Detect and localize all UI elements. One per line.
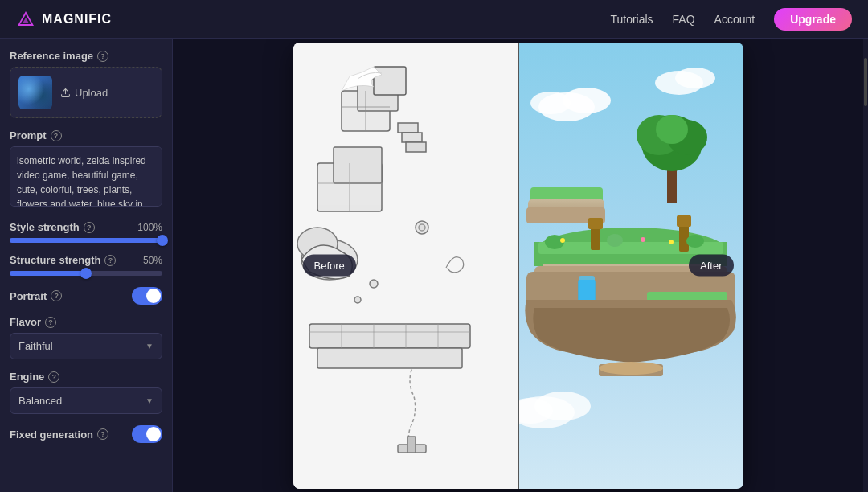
svg-rect-59: [588, 218, 603, 229]
svg-point-69: [641, 237, 645, 242]
svg-point-35: [530, 92, 571, 114]
svg-rect-60: [679, 223, 689, 252]
nav-right: Tutorials FAQ Account Upgrade: [610, 8, 852, 31]
prompt-section: Prompt ? isometric world, zelda inspired…: [10, 129, 162, 210]
svg-point-30: [370, 280, 378, 288]
reference-image-section: Reference image ? Upload: [10, 50, 162, 118]
upload-icon: [60, 88, 71, 98]
structure-strength-label: Structure strength ?: [10, 254, 116, 266]
svg-rect-21: [309, 324, 470, 348]
structure-strength-track[interactable]: [10, 271, 162, 276]
prompt-textarea[interactable]: isometric world, zelda inspired video ga…: [10, 146, 162, 207]
svg-rect-14: [334, 147, 382, 183]
svg-point-37: [675, 68, 715, 88]
fixed-gen-label: Fixed generation ?: [10, 428, 108, 441]
sidebar: Reference image ? Upload: [0, 39, 173, 492]
fixed-gen-toggle[interactable]: [132, 425, 162, 443]
account-link[interactable]: Account: [714, 13, 755, 26]
topnav: MAGNIFIC Tutorials FAQ Account Upgrade: [0, 0, 868, 39]
right-scrollbar[interactable]: [863, 39, 868, 492]
svg-rect-61: [677, 215, 691, 227]
prompt-label: Prompt ?: [10, 129, 162, 141]
flavor-section: Flavor ? Faithful ▼: [10, 316, 162, 359]
style-strength-help-icon[interactable]: ?: [84, 222, 95, 233]
portrait-help-icon[interactable]: ?: [51, 290, 62, 301]
style-strength-value: 100%: [137, 222, 162, 233]
svg-rect-12: [406, 142, 426, 152]
svg-point-31: [354, 297, 361, 303]
flavor-dropdown[interactable]: Faithful ▼: [10, 333, 162, 359]
canvas-area: Before After: [173, 39, 863, 492]
style-strength-fill: [10, 238, 162, 243]
fixed-gen-help-icon[interactable]: ?: [97, 428, 108, 440]
ref-thumbnail: [18, 76, 52, 109]
portrait-label: Portrait ?: [10, 290, 62, 302]
engine-dropdown[interactable]: Balanced ▼: [10, 387, 162, 414]
svg-point-29: [419, 224, 425, 231]
svg-point-66: [607, 234, 623, 247]
style-strength-track[interactable]: [10, 238, 162, 243]
fixed-gen-toggle-knob: [146, 427, 161, 441]
split-divider: [518, 43, 519, 489]
tutorials-link[interactable]: Tutorials: [610, 13, 653, 26]
engine-label: Engine ?: [10, 371, 162, 383]
engine-section: Engine ? Balanced ▼: [10, 371, 162, 414]
flavor-help-icon[interactable]: ?: [45, 317, 56, 328]
structure-strength-section: Structure strength ? 50%: [10, 254, 162, 276]
faq-link[interactable]: FAQ: [673, 13, 695, 26]
scrollbar-thumb: [864, 58, 867, 106]
ref-image-upload-box[interactable]: Upload: [10, 67, 162, 118]
svg-point-45: [656, 115, 688, 144]
structure-strength-thumb[interactable]: [80, 268, 92, 279]
svg-rect-7: [374, 67, 406, 95]
split-image: [293, 43, 743, 489]
logo-text: MAGNIFIC: [42, 12, 112, 27]
style-strength-thumb[interactable]: [157, 235, 168, 246]
svg-rect-20: [407, 437, 416, 453]
portrait-section: Portrait ?: [10, 287, 162, 305]
flavor-label: Flavor ?: [10, 316, 162, 328]
main-layout: Reference image ? Upload: [0, 39, 868, 492]
svg-rect-10: [398, 123, 418, 133]
portrait-toggle[interactable]: [132, 287, 162, 305]
portrait-toggle-knob: [146, 289, 161, 303]
svg-point-68: [560, 238, 565, 243]
before-label[interactable]: Before: [303, 255, 356, 277]
style-strength-label: Style strength ?: [10, 221, 95, 233]
engine-help-icon[interactable]: ?: [48, 371, 59, 383]
style-strength-section: Style strength ? 100%: [10, 221, 162, 243]
upload-label[interactable]: Upload: [60, 87, 108, 99]
before-after-container: Before After: [293, 43, 743, 489]
upgrade-button[interactable]: Upgrade: [774, 8, 852, 31]
style-strength-header: Style strength ? 100%: [10, 221, 162, 233]
svg-point-67: [686, 235, 704, 248]
after-label[interactable]: After: [689, 255, 733, 277]
svg-rect-11: [402, 133, 422, 142]
svg-point-70: [669, 240, 674, 244]
ref-image-help-icon[interactable]: ?: [97, 51, 108, 62]
prompt-help-icon[interactable]: ?: [51, 130, 62, 141]
logo-icon: [16, 10, 35, 29]
structure-strength-help-icon[interactable]: ?: [104, 255, 116, 266]
structure-strength-fill: [10, 271, 86, 276]
logo: MAGNIFIC: [16, 10, 112, 29]
engine-dropdown-arrow: ▼: [145, 396, 154, 405]
svg-point-72: [599, 362, 663, 375]
svg-rect-58: [591, 226, 600, 250]
fixed-gen-section: Fixed generation ?: [10, 425, 162, 443]
structure-strength-value: 50%: [143, 255, 162, 266]
svg-rect-22: [317, 348, 462, 368]
ref-thumb-inner: [18, 76, 52, 109]
flavor-dropdown-arrow: ▼: [145, 342, 154, 351]
structure-strength-header: Structure strength ? 50%: [10, 254, 162, 266]
ref-image-label: Reference image ?: [10, 50, 162, 62]
